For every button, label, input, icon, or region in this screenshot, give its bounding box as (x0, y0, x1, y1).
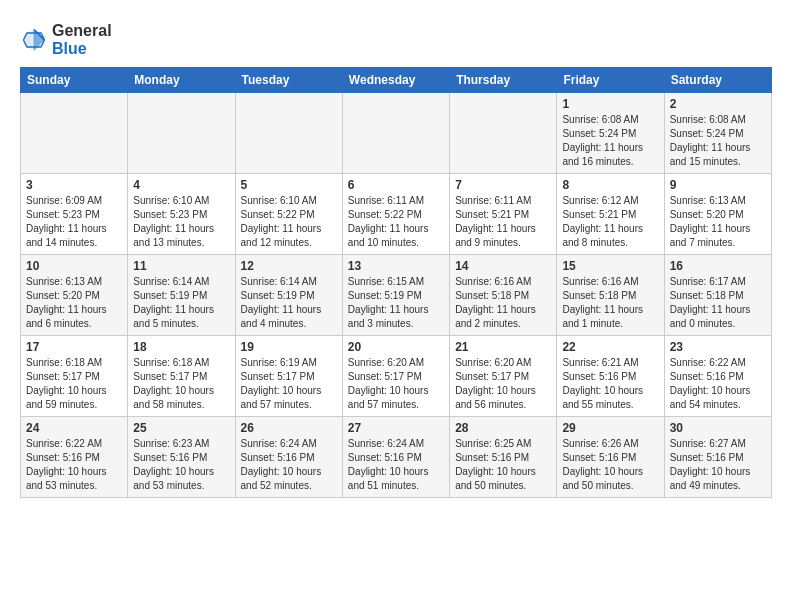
weekday-header: Monday (128, 67, 235, 92)
day-info: Sunrise: 6:08 AM Sunset: 5:24 PM Dayligh… (562, 113, 658, 169)
calendar-cell: 19Sunrise: 6:19 AM Sunset: 5:17 PM Dayli… (235, 335, 342, 416)
day-info: Sunrise: 6:19 AM Sunset: 5:17 PM Dayligh… (241, 356, 337, 412)
day-info: Sunrise: 6:13 AM Sunset: 5:20 PM Dayligh… (670, 194, 766, 250)
day-number: 20 (348, 340, 444, 354)
day-number: 30 (670, 421, 766, 435)
day-number: 2 (670, 97, 766, 111)
day-number: 17 (26, 340, 122, 354)
weekday-header: Sunday (21, 67, 128, 92)
day-info: Sunrise: 6:24 AM Sunset: 5:16 PM Dayligh… (241, 437, 337, 493)
calendar-cell: 7Sunrise: 6:11 AM Sunset: 5:21 PM Daylig… (450, 173, 557, 254)
day-number: 18 (133, 340, 229, 354)
day-info: Sunrise: 6:16 AM Sunset: 5:18 PM Dayligh… (562, 275, 658, 331)
calendar-cell (21, 92, 128, 173)
calendar-cell: 25Sunrise: 6:23 AM Sunset: 5:16 PM Dayli… (128, 416, 235, 497)
day-number: 4 (133, 178, 229, 192)
day-number: 26 (241, 421, 337, 435)
day-info: Sunrise: 6:20 AM Sunset: 5:17 PM Dayligh… (455, 356, 551, 412)
calendar-table: SundayMondayTuesdayWednesdayThursdayFrid… (20, 67, 772, 498)
calendar-cell: 23Sunrise: 6:22 AM Sunset: 5:16 PM Dayli… (664, 335, 771, 416)
day-info: Sunrise: 6:10 AM Sunset: 5:23 PM Dayligh… (133, 194, 229, 250)
calendar-cell: 22Sunrise: 6:21 AM Sunset: 5:16 PM Dayli… (557, 335, 664, 416)
day-number: 22 (562, 340, 658, 354)
weekday-header: Saturday (664, 67, 771, 92)
weekday-header: Tuesday (235, 67, 342, 92)
day-info: Sunrise: 6:12 AM Sunset: 5:21 PM Dayligh… (562, 194, 658, 250)
calendar-cell: 21Sunrise: 6:20 AM Sunset: 5:17 PM Dayli… (450, 335, 557, 416)
day-info: Sunrise: 6:14 AM Sunset: 5:19 PM Dayligh… (133, 275, 229, 331)
calendar-cell: 17Sunrise: 6:18 AM Sunset: 5:17 PM Dayli… (21, 335, 128, 416)
logo-icon (20, 26, 48, 54)
weekday-header: Wednesday (342, 67, 449, 92)
calendar-cell: 8Sunrise: 6:12 AM Sunset: 5:21 PM Daylig… (557, 173, 664, 254)
day-info: Sunrise: 6:18 AM Sunset: 5:17 PM Dayligh… (133, 356, 229, 412)
day-info: Sunrise: 6:15 AM Sunset: 5:19 PM Dayligh… (348, 275, 444, 331)
day-info: Sunrise: 6:10 AM Sunset: 5:22 PM Dayligh… (241, 194, 337, 250)
day-info: Sunrise: 6:13 AM Sunset: 5:20 PM Dayligh… (26, 275, 122, 331)
calendar-cell: 13Sunrise: 6:15 AM Sunset: 5:19 PM Dayli… (342, 254, 449, 335)
calendar-cell (128, 92, 235, 173)
calendar-cell: 26Sunrise: 6:24 AM Sunset: 5:16 PM Dayli… (235, 416, 342, 497)
day-number: 3 (26, 178, 122, 192)
header: General Blue (20, 18, 772, 59)
calendar-cell: 10Sunrise: 6:13 AM Sunset: 5:20 PM Dayli… (21, 254, 128, 335)
day-number: 24 (26, 421, 122, 435)
day-info: Sunrise: 6:14 AM Sunset: 5:19 PM Dayligh… (241, 275, 337, 331)
page: General Blue SundayMondayTuesdayWednesda… (0, 0, 792, 508)
day-info: Sunrise: 6:17 AM Sunset: 5:18 PM Dayligh… (670, 275, 766, 331)
day-number: 14 (455, 259, 551, 273)
calendar-cell: 28Sunrise: 6:25 AM Sunset: 5:16 PM Dayli… (450, 416, 557, 497)
day-info: Sunrise: 6:22 AM Sunset: 5:16 PM Dayligh… (670, 356, 766, 412)
calendar-week-row: 10Sunrise: 6:13 AM Sunset: 5:20 PM Dayli… (21, 254, 772, 335)
calendar-cell: 4Sunrise: 6:10 AM Sunset: 5:23 PM Daylig… (128, 173, 235, 254)
day-info: Sunrise: 6:24 AM Sunset: 5:16 PM Dayligh… (348, 437, 444, 493)
day-number: 25 (133, 421, 229, 435)
calendar-cell: 18Sunrise: 6:18 AM Sunset: 5:17 PM Dayli… (128, 335, 235, 416)
day-info: Sunrise: 6:11 AM Sunset: 5:21 PM Dayligh… (455, 194, 551, 250)
day-info: Sunrise: 6:16 AM Sunset: 5:18 PM Dayligh… (455, 275, 551, 331)
day-number: 8 (562, 178, 658, 192)
calendar-cell: 30Sunrise: 6:27 AM Sunset: 5:16 PM Dayli… (664, 416, 771, 497)
calendar-cell (342, 92, 449, 173)
day-number: 6 (348, 178, 444, 192)
day-info: Sunrise: 6:25 AM Sunset: 5:16 PM Dayligh… (455, 437, 551, 493)
day-info: Sunrise: 6:27 AM Sunset: 5:16 PM Dayligh… (670, 437, 766, 493)
day-number: 12 (241, 259, 337, 273)
calendar-cell: 11Sunrise: 6:14 AM Sunset: 5:19 PM Dayli… (128, 254, 235, 335)
calendar-cell: 27Sunrise: 6:24 AM Sunset: 5:16 PM Dayli… (342, 416, 449, 497)
calendar-cell: 15Sunrise: 6:16 AM Sunset: 5:18 PM Dayli… (557, 254, 664, 335)
calendar-cell (450, 92, 557, 173)
calendar-cell: 3Sunrise: 6:09 AM Sunset: 5:23 PM Daylig… (21, 173, 128, 254)
calendar-cell (235, 92, 342, 173)
day-info: Sunrise: 6:20 AM Sunset: 5:17 PM Dayligh… (348, 356, 444, 412)
calendar-cell: 9Sunrise: 6:13 AM Sunset: 5:20 PM Daylig… (664, 173, 771, 254)
calendar-cell: 20Sunrise: 6:20 AM Sunset: 5:17 PM Dayli… (342, 335, 449, 416)
calendar-week-row: 17Sunrise: 6:18 AM Sunset: 5:17 PM Dayli… (21, 335, 772, 416)
calendar-cell: 14Sunrise: 6:16 AM Sunset: 5:18 PM Dayli… (450, 254, 557, 335)
day-number: 1 (562, 97, 658, 111)
day-number: 27 (348, 421, 444, 435)
day-number: 29 (562, 421, 658, 435)
day-number: 13 (348, 259, 444, 273)
day-number: 23 (670, 340, 766, 354)
day-number: 7 (455, 178, 551, 192)
header-row: SundayMondayTuesdayWednesdayThursdayFrid… (21, 67, 772, 92)
day-info: Sunrise: 6:11 AM Sunset: 5:22 PM Dayligh… (348, 194, 444, 250)
calendar-cell: 1Sunrise: 6:08 AM Sunset: 5:24 PM Daylig… (557, 92, 664, 173)
calendar-week-row: 24Sunrise: 6:22 AM Sunset: 5:16 PM Dayli… (21, 416, 772, 497)
weekday-header: Thursday (450, 67, 557, 92)
day-number: 21 (455, 340, 551, 354)
day-info: Sunrise: 6:21 AM Sunset: 5:16 PM Dayligh… (562, 356, 658, 412)
day-number: 11 (133, 259, 229, 273)
calendar-cell: 16Sunrise: 6:17 AM Sunset: 5:18 PM Dayli… (664, 254, 771, 335)
calendar-cell: 24Sunrise: 6:22 AM Sunset: 5:16 PM Dayli… (21, 416, 128, 497)
day-info: Sunrise: 6:18 AM Sunset: 5:17 PM Dayligh… (26, 356, 122, 412)
day-number: 19 (241, 340, 337, 354)
day-number: 28 (455, 421, 551, 435)
calendar-cell: 2Sunrise: 6:08 AM Sunset: 5:24 PM Daylig… (664, 92, 771, 173)
day-number: 5 (241, 178, 337, 192)
weekday-header: Friday (557, 67, 664, 92)
day-info: Sunrise: 6:22 AM Sunset: 5:16 PM Dayligh… (26, 437, 122, 493)
day-number: 15 (562, 259, 658, 273)
calendar-week-row: 3Sunrise: 6:09 AM Sunset: 5:23 PM Daylig… (21, 173, 772, 254)
